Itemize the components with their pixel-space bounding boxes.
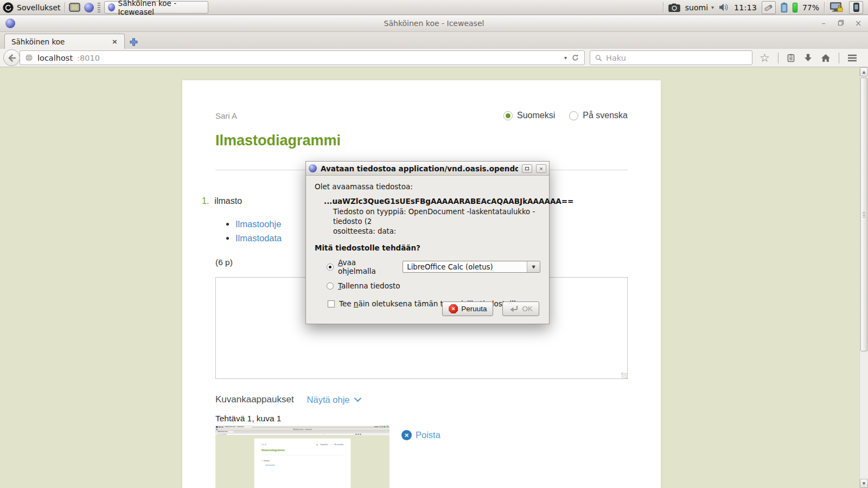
open-with-label: Avaa ohjelmalla <box>338 258 393 275</box>
taskbar-window-button[interactable]: Sähköinen koe - Iceweasel <box>104 1 208 14</box>
minimize-button[interactable]: – <box>819 18 828 28</box>
home-icon[interactable] <box>821 54 831 62</box>
language-option-finnish[interactable]: Suomeksi <box>503 111 555 120</box>
language-swedish-label: På svenska <box>583 111 628 120</box>
iceweasel-icon <box>108 3 115 11</box>
dialog-close-button[interactable]: × <box>536 164 546 173</box>
dialog-restore-button[interactable] <box>522 164 532 173</box>
reload-icon[interactable] <box>571 54 579 62</box>
ok-button[interactable]: OK <box>502 301 539 316</box>
downloads-icon[interactable] <box>803 53 813 62</box>
ok-enter-arrow-icon <box>509 305 519 313</box>
window-controls: – × <box>819 18 863 28</box>
thumbnail-mini-student: Sari A <box>261 444 266 446</box>
url-dropdown-caret[interactable]: ▾ <box>564 55 567 61</box>
lock-screen-icon[interactable] <box>829 2 844 13</box>
thumbnail-mini-lang-sv: På svenska <box>334 444 343 446</box>
dialog-body: Olet avaamassa tiedostoa: ...uaWZlc3QueG… <box>306 176 549 324</box>
thumbnail-mini-icon <box>355 434 356 435</box>
volume-icon[interactable] <box>719 3 729 12</box>
dialog-question: Mitä tiedostolle tehdään? <box>315 243 540 252</box>
thumbnail-mini-battery-bar <box>384 426 385 428</box>
bookmarks-list-icon[interactable] <box>787 54 795 62</box>
page-header-row: Sari A Suomeksi På svenska <box>215 111 628 120</box>
thumbnail-mini-question-number: 1. <box>261 460 263 462</box>
thumbnail-mini-lang-fi: Suomeksi <box>320 444 328 446</box>
battery-icon[interactable] <box>781 2 788 12</box>
divider <box>824 2 825 13</box>
attachment-link-ilmastoohje[interactable]: Ilmastoohje <box>235 219 281 229</box>
checkbox-icon[interactable] <box>328 300 335 307</box>
cancel-cross-icon: × <box>449 304 458 313</box>
radio-selected-icon[interactable] <box>503 111 513 120</box>
label-pre: Tee <box>339 299 354 308</box>
ok-label: OK <box>522 305 533 313</box>
applications-menu-button[interactable]: Sovellukset <box>3 2 61 13</box>
screenshot-thumbnail[interactable]: Sähköinen koe - Iceweasel suomi 11:13 77… <box>215 426 390 488</box>
resize-grip-icon[interactable] <box>621 373 627 378</box>
show-help-link[interactable]: Näytä ohje <box>307 395 361 405</box>
bookmark-star-icon[interactable]: ☆ <box>760 53 770 63</box>
window-titlebar: Sähköinen koe - Iceweasel – × <box>0 15 868 32</box>
keyboard-layout-indicator[interactable]: suomi ▾ <box>685 3 714 12</box>
url-bar[interactable]: localhost:8010 ▾ <box>20 50 585 65</box>
browser-launcher[interactable] <box>84 3 94 12</box>
divider <box>839 53 839 63</box>
thumbnail-mini-search <box>324 433 355 435</box>
debian-swirl-icon <box>3 2 14 13</box>
thumbnail-mini-icon <box>358 434 359 435</box>
applications-menu-label: Sovellukset <box>17 3 61 12</box>
thumbnail-mini-url-port: :8010 <box>223 433 227 435</box>
dialog-file-type-line: Tiedosto on tyyppiä: OpenDocument -laske… <box>333 207 540 227</box>
site-globe-icon <box>25 54 33 62</box>
screenshot-camera-icon[interactable] <box>668 3 680 12</box>
save-file-label: Tallenna tiedosto <box>338 281 400 290</box>
open-with-option[interactable]: Avaa ohjelmalla LibreOffice Calc (oletus… <box>327 258 540 275</box>
select-arrow-icon[interactable]: ▼ <box>527 261 540 272</box>
new-tab-button[interactable] <box>130 38 138 46</box>
label-rest: allenna tiedosto <box>341 281 400 290</box>
chevron-down-icon <box>354 397 361 402</box>
radio-selected-icon[interactable] <box>327 264 334 271</box>
delete-label: Poista <box>416 430 441 440</box>
radio-unselected-icon[interactable] <box>327 282 334 290</box>
file-manager-launcher[interactable] <box>69 3 80 12</box>
url-port: :8010 <box>77 54 100 62</box>
battery-level-bar <box>793 3 797 12</box>
battery-percent-label: 77% <box>802 3 819 12</box>
page-title: Ilmastodiagrammi <box>215 132 628 149</box>
scroll-down-button[interactable]: ▼ <box>860 479 868 488</box>
close-button[interactable]: × <box>854 18 863 28</box>
thumbnail-mini-url-host: localhost <box>217 433 222 435</box>
usb-device-tray-button[interactable] <box>762 1 776 14</box>
delete-screenshot-link[interactable]: × Poista <box>401 430 441 440</box>
iceweasel-icon <box>309 164 317 172</box>
plus-icon <box>130 38 138 46</box>
restore-button[interactable] <box>837 18 845 28</box>
tab-close-icon[interactable]: × <box>112 37 118 46</box>
divider <box>663 2 663 13</box>
cancel-button[interactable]: × Peruuta <box>442 301 493 316</box>
scrollbar[interactable]: ▲ ▼ <box>859 67 868 488</box>
screenshot-thumb-row: Sähköinen koe - Iceweasel suomi 11:13 77… <box>215 426 628 488</box>
thumbnail-mini-question: 1. ilmasto <box>261 460 343 462</box>
thumbnail-mini-link-label: Ilmastoohje <box>265 464 275 466</box>
menu-hamburger-icon[interactable] <box>847 54 857 62</box>
radio-unselected-icon[interactable] <box>569 111 578 120</box>
save-file-option[interactable]: Tallenna tiedosto <box>327 281 540 290</box>
language-option-swedish[interactable]: På svenska <box>569 111 628 120</box>
search-bar <box>590 50 752 65</box>
scrollbar-thumb[interactable] <box>860 78 867 351</box>
search-icon <box>595 54 602 62</box>
mobile-device-button[interactable] <box>849 1 863 14</box>
scroll-up-button[interactable]: ▲ <box>860 67 868 76</box>
tab-title: Sähköinen koe <box>11 37 65 46</box>
thumbnail-mini-title: Sähköinen koe - Iceweasel <box>293 428 312 430</box>
clock[interactable]: 11:13 <box>734 3 757 12</box>
thumbnail-mini-body: Sari A Suomeksi På svenska Ilmastodiagra… <box>215 436 390 488</box>
back-button[interactable] <box>3 49 20 66</box>
tab-active[interactable]: Sähköinen koe × <box>4 34 125 49</box>
search-input[interactable] <box>606 54 747 62</box>
application-select[interactable]: LibreOffice Calc (oletus) ▼ <box>403 261 540 273</box>
attachment-link-ilmastodata[interactable]: Ilmastodata <box>235 233 282 243</box>
